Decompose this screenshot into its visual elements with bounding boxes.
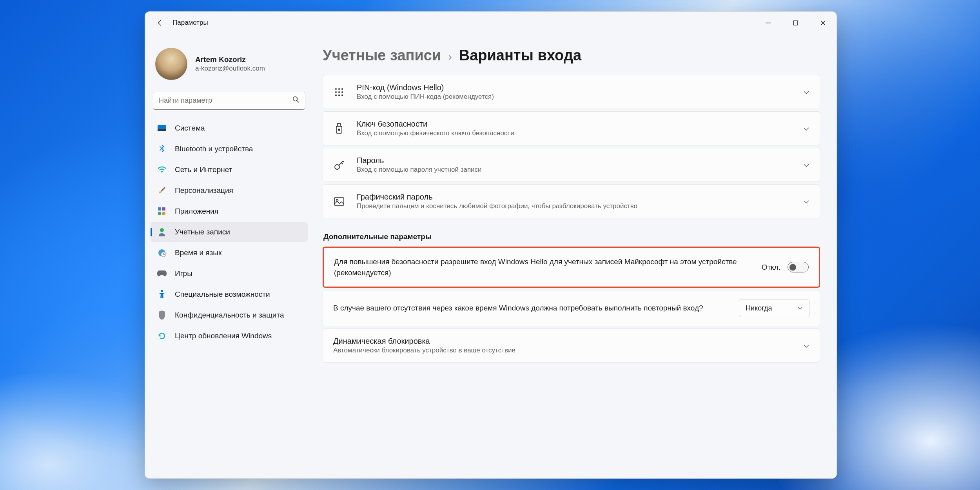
maximize-button[interactable]	[782, 13, 809, 33]
svg-point-21	[335, 91, 337, 93]
paintbrush-icon	[157, 185, 167, 196]
content-area: Учетные записи › Варианты входа PIN-код …	[312, 34, 837, 478]
svg-rect-34	[334, 198, 344, 205]
sidebar-item-label: Система	[175, 124, 205, 132]
sidebar-item-personalization[interactable]: Персонализация	[151, 181, 308, 200]
signin-option-security-key[interactable]: Ключ безопасности Вход с помощью физичес…	[323, 111, 820, 145]
require-signin-dropdown[interactable]: Никогда	[739, 299, 809, 317]
setting-dynamic-lock[interactable]: Динамическая блокировка Автоматически бл…	[323, 328, 820, 363]
window-title: Параметры	[172, 19, 208, 27]
setting-text: В случае вашего отсутствия через какое в…	[333, 303, 739, 314]
sidebar-item-apps[interactable]: Приложения	[151, 201, 308, 221]
chevron-down-icon	[803, 341, 809, 350]
chevron-down-icon	[803, 87, 809, 96]
minimize-button[interactable]	[754, 13, 782, 33]
chevron-down-icon	[797, 307, 803, 310]
option-title: Динамическая блокировка	[333, 337, 798, 346]
update-icon	[157, 331, 167, 341]
search-icon	[292, 96, 299, 105]
sidebar-item-label: Центр обновления Windows	[175, 332, 272, 340]
sidebar-item-label: Игры	[175, 269, 192, 278]
setting-text: Для повышения безопасности разрешите вхо…	[334, 256, 762, 278]
chevron-down-icon	[803, 124, 809, 133]
svg-rect-7	[158, 129, 166, 131]
svg-point-12	[160, 228, 164, 232]
svg-point-35	[336, 199, 338, 201]
toggle-state-label: Откл.	[762, 263, 780, 272]
profile-email: a-kozoriz@outlook.com	[195, 65, 265, 73]
sidebar: Artem Kozoriz a-kozoriz@outlook.com Сист…	[145, 34, 312, 478]
shield-icon	[157, 310, 167, 320]
keypad-icon	[333, 86, 345, 98]
breadcrumb-parent[interactable]: Учетные записи	[323, 47, 441, 64]
signin-option-picture-password[interactable]: Графический пароль Проведите пальцем и к…	[323, 184, 820, 218]
sidebar-item-gaming[interactable]: Игры	[151, 264, 308, 283]
svg-point-25	[338, 94, 340, 96]
bluetooth-icon	[157, 144, 167, 154]
page-title: Варианты входа	[459, 47, 581, 64]
person-icon	[157, 227, 167, 237]
sidebar-item-accounts[interactable]: Учетные записи	[151, 222, 308, 242]
svg-rect-11	[162, 212, 165, 215]
sidebar-item-accessibility[interactable]: Специальные возможности	[151, 285, 308, 304]
option-subtitle: Вход с помощью ПИН-кода (рекомендуется)	[357, 93, 798, 101]
sidebar-item-label: Персонализация	[175, 186, 233, 195]
sidebar-item-system[interactable]: Система	[151, 118, 308, 138]
svg-point-4	[293, 97, 298, 101]
option-title: Графический пароль	[357, 192, 798, 201]
svg-point-17	[161, 290, 163, 292]
key-icon	[333, 159, 345, 171]
profile-name: Artem Kozoriz	[195, 55, 265, 64]
option-subtitle: Вход с помощью физического ключа безопас…	[357, 129, 798, 137]
profile-block[interactable]: Artem Kozoriz a-kozoriz@outlook.com	[155, 48, 303, 80]
svg-point-22	[338, 91, 340, 93]
sidebar-item-windows-update[interactable]: Центр обновления Windows	[151, 326, 308, 346]
search-box[interactable]	[153, 92, 305, 110]
option-subtitle: Проведите пальцем и коснитесь любимой фо…	[357, 202, 798, 210]
dropdown-value: Никогда	[746, 304, 772, 312]
sidebar-item-time-language[interactable]: Время и язык	[151, 243, 308, 263]
svg-rect-1	[793, 21, 798, 25]
svg-point-19	[338, 88, 340, 90]
sidebar-item-label: Bluetooth и устройства	[175, 145, 253, 153]
search-input[interactable]	[159, 96, 292, 105]
sidebar-item-network[interactable]: Сеть и Интернет	[151, 160, 308, 180]
gamepad-icon	[157, 269, 167, 279]
system-icon	[157, 123, 167, 133]
svg-rect-8	[158, 207, 161, 211]
sidebar-item-label: Время и язык	[175, 249, 221, 257]
wifi-icon	[157, 165, 167, 175]
sidebar-item-privacy[interactable]: Конфиденциальность и защита	[151, 305, 308, 325]
sidebar-item-label: Конфиденциальность и защита	[175, 311, 284, 319]
chevron-right-icon: ›	[448, 51, 452, 63]
nav-list: Система Bluetooth и устройства Сеть и Ин…	[151, 118, 308, 346]
svg-rect-10	[158, 212, 161, 215]
setting-windows-hello-only: Для повышения безопасности разрешите вхо…	[323, 247, 820, 288]
sidebar-item-label: Специальные возможности	[175, 290, 270, 299]
svg-line-32	[341, 163, 343, 164]
toggle-switch[interactable]	[788, 262, 809, 272]
signin-option-pin[interactable]: PIN-код (Windows Hello) Вход с помощью П…	[323, 75, 820, 109]
svg-point-26	[341, 94, 343, 96]
globe-clock-icon	[157, 248, 167, 258]
back-button[interactable]	[152, 15, 168, 31]
option-title: Ключ безопасности	[357, 120, 798, 129]
apps-icon	[157, 206, 167, 216]
signin-option-password[interactable]: Пароль Вход с помощью пароля учетной зап…	[323, 148, 820, 182]
titlebar: Параметры	[145, 12, 837, 34]
svg-rect-9	[162, 207, 165, 211]
sidebar-item-bluetooth[interactable]: Bluetooth и устройства	[151, 139, 308, 159]
sidebar-item-label: Учетные записи	[175, 228, 230, 236]
sidebar-item-label: Сеть и Интернет	[175, 165, 232, 174]
window-controls	[754, 13, 837, 33]
option-title: PIN-код (Windows Hello)	[357, 83, 798, 92]
svg-line-33	[343, 161, 344, 162]
svg-line-5	[297, 101, 299, 103]
usb-key-icon	[333, 123, 345, 134]
svg-point-18	[335, 88, 337, 90]
close-button[interactable]	[809, 13, 837, 33]
settings-window: Параметры Artem Kozoriz a-kozoriz@outloo…	[145, 11, 837, 479]
picture-icon	[333, 196, 345, 207]
svg-point-24	[335, 94, 337, 96]
option-title: Пароль	[357, 156, 798, 165]
